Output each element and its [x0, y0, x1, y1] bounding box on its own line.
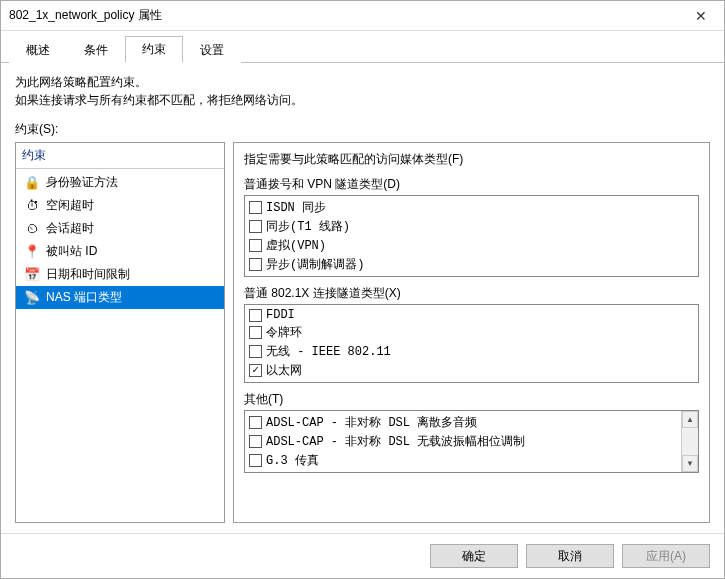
- group-8021x: 普通 802.1X 连接隧道类型(X) FDDI 令牌环 无线 - IEEE 8…: [244, 285, 699, 383]
- details-pane: 指定需要与此策略匹配的访问媒体类型(F) 普通拨号和 VPN 隧道类型(D) I…: [233, 142, 710, 523]
- tab-strip: 概述 条件 约束 设置: [1, 31, 724, 63]
- scrollbar[interactable]: ▲ ▼: [681, 411, 698, 472]
- apply-button[interactable]: 应用(A): [622, 544, 710, 568]
- checkbox-wireless-80211[interactable]: 无线 - IEEE 802.11: [247, 342, 696, 361]
- checkbox-icon: [249, 416, 262, 429]
- checkbox-icon: [249, 454, 262, 467]
- checkbox-icon: [249, 309, 262, 322]
- cancel-button[interactable]: 取消: [526, 544, 614, 568]
- constraints-caption: 约束(S):: [15, 121, 710, 138]
- checkbox-label: 虚拟(VPN): [266, 237, 326, 254]
- tab-label: 概述: [26, 43, 50, 57]
- checkbox-label: 无线 - IEEE 802.11: [266, 343, 391, 360]
- checkbox-label: ADSL-CAP - 非对称 DSL 离散多音频: [266, 414, 477, 431]
- group-label: 其他(T): [244, 391, 699, 408]
- group-dialup-vpn: 普通拨号和 VPN 隧道类型(D) ISDN 同步 同步(T1 线路) 虚拟(V…: [244, 176, 699, 277]
- dialog-window: 802_1x_network_policy 属性 ✕ 概述 条件 约束 设置 为…: [0, 0, 725, 579]
- checkbox-icon: [249, 326, 262, 339]
- checkbox-label: FDDI: [266, 308, 295, 322]
- pin-icon: 📍: [24, 244, 40, 260]
- window-title: 802_1x_network_policy 属性: [9, 7, 162, 24]
- dual-pane: 约束 🔒 身份验证方法 ⏱ 空闲超时 ⏲ 会话超时 📍: [15, 142, 710, 523]
- checkbox-label: 异步(调制解调器): [266, 256, 364, 273]
- checkbox-token-ring[interactable]: 令牌环: [247, 323, 696, 342]
- tab-label: 条件: [84, 43, 108, 57]
- checkbox-ethernet[interactable]: 以太网: [247, 361, 696, 380]
- checkbox-label: 令牌环: [266, 324, 302, 341]
- checkbox-label: 以太网: [266, 362, 302, 379]
- checkbox-fddi[interactable]: FDDI: [247, 307, 696, 323]
- tree-item-session-timeout[interactable]: ⏲ 会话超时: [16, 217, 224, 240]
- tree-item-label: 被叫站 ID: [46, 243, 97, 260]
- titlebar: 802_1x_network_policy 属性 ✕: [1, 1, 724, 31]
- checkbox-icon: [249, 258, 262, 271]
- tree-item-label: 空闲超时: [46, 197, 94, 214]
- ok-button[interactable]: 确定: [430, 544, 518, 568]
- checkbox-icon: [249, 435, 262, 448]
- constraints-list-pane: 约束 🔒 身份验证方法 ⏱ 空闲超时 ⏲ 会话超时 📍: [15, 142, 225, 523]
- checkbox-icon: [249, 220, 262, 233]
- tree-item-label: 日期和时间限制: [46, 266, 130, 283]
- tree-item-day-time-restrictions[interactable]: 📅 日期和时间限制: [16, 263, 224, 286]
- tree-item-label: 会话超时: [46, 220, 94, 237]
- chevron-up-icon: ▲: [686, 415, 694, 424]
- timer-icon: ⏲: [24, 221, 40, 237]
- tree-item-nas-port-type[interactable]: 📡 NAS 端口类型: [16, 286, 224, 309]
- tab-label: 设置: [200, 43, 224, 57]
- group-label: 普通拨号和 VPN 隧道类型(D): [244, 176, 699, 193]
- scroll-down-button[interactable]: ▼: [682, 455, 698, 472]
- close-button[interactable]: ✕: [678, 1, 724, 31]
- tab-overview[interactable]: 概述: [9, 37, 67, 63]
- listbox-8021x[interactable]: FDDI 令牌环 无线 - IEEE 802.11 以太网: [244, 304, 699, 383]
- details-heading: 指定需要与此策略匹配的访问媒体类型(F): [244, 151, 699, 168]
- listbox-dialup-vpn[interactable]: ISDN 同步 同步(T1 线路) 虚拟(VPN) 异步(调制解调器): [244, 195, 699, 277]
- tab-label: 约束: [142, 42, 166, 56]
- lock-icon: 🔒: [24, 175, 40, 191]
- tab-conditions[interactable]: 条件: [67, 37, 125, 63]
- checkbox-icon: [249, 239, 262, 252]
- group-label: 普通 802.1X 连接隧道类型(X): [244, 285, 699, 302]
- clock-icon: ⏱: [24, 198, 40, 214]
- constraints-tree: 🔒 身份验证方法 ⏱ 空闲超时 ⏲ 会话超时 📍 被叫站 ID: [16, 169, 224, 522]
- tree-item-label: NAS 端口类型: [46, 289, 122, 306]
- checkbox-label: ISDN 同步: [266, 199, 326, 216]
- checkbox-icon: [249, 364, 262, 377]
- constraints-header: 约束: [16, 143, 224, 169]
- tree-item-auth-method[interactable]: 🔒 身份验证方法: [16, 171, 224, 194]
- tree-item-label: 身份验证方法: [46, 174, 118, 191]
- button-label: 应用(A): [646, 548, 686, 565]
- dialog-buttons: 确定 取消 应用(A): [1, 533, 724, 578]
- checkbox-icon: [249, 201, 262, 214]
- description-text: 为此网络策略配置约束。 如果连接请求与所有约束都不匹配，将拒绝网络访问。: [15, 73, 710, 109]
- button-label: 取消: [558, 548, 582, 565]
- tree-item-called-station-id[interactable]: 📍 被叫站 ID: [16, 240, 224, 263]
- button-label: 确定: [462, 548, 486, 565]
- description-line: 如果连接请求与所有约束都不匹配，将拒绝网络访问。: [15, 91, 710, 109]
- checkbox-g3-fax[interactable]: G.3 传真: [247, 451, 680, 470]
- checkbox-label: G.3 传真: [266, 452, 319, 469]
- close-icon: ✕: [695, 8, 707, 24]
- checkbox-virtual-vpn[interactable]: 虚拟(VPN): [247, 236, 696, 255]
- checkbox-async-modem[interactable]: 异步(调制解调器): [247, 255, 696, 274]
- tree-item-idle-timeout[interactable]: ⏱ 空闲超时: [16, 194, 224, 217]
- calendar-icon: 📅: [24, 267, 40, 283]
- content-area: 为此网络策略配置约束。 如果连接请求与所有约束都不匹配，将拒绝网络访问。 约束(…: [1, 63, 724, 533]
- checkbox-adsl-cap-dmt[interactable]: ADSL-CAP - 非对称 DSL 离散多音频: [247, 413, 680, 432]
- checkbox-icon: [249, 345, 262, 358]
- description-line: 为此网络策略配置约束。: [15, 73, 710, 91]
- checkbox-sync-t1[interactable]: 同步(T1 线路): [247, 217, 696, 236]
- tab-constraints[interactable]: 约束: [125, 36, 183, 63]
- scroll-up-button[interactable]: ▲: [682, 411, 698, 428]
- tab-settings[interactable]: 设置: [183, 37, 241, 63]
- listbox-other[interactable]: ADSL-CAP - 非对称 DSL 离散多音频 ADSL-CAP - 非对称 …: [244, 410, 699, 473]
- checkbox-label: ADSL-CAP - 非对称 DSL 无载波振幅相位调制: [266, 433, 525, 450]
- checkbox-isdn-sync[interactable]: ISDN 同步: [247, 198, 696, 217]
- chevron-down-icon: ▼: [686, 459, 694, 468]
- checkbox-label: 同步(T1 线路): [266, 218, 350, 235]
- group-other: 其他(T) ADSL-CAP - 非对称 DSL 离散多音频 ADSL-CAP …: [244, 391, 699, 473]
- checkbox-adsl-cap-cap[interactable]: ADSL-CAP - 非对称 DSL 无载波振幅相位调制: [247, 432, 680, 451]
- antenna-icon: 📡: [24, 290, 40, 306]
